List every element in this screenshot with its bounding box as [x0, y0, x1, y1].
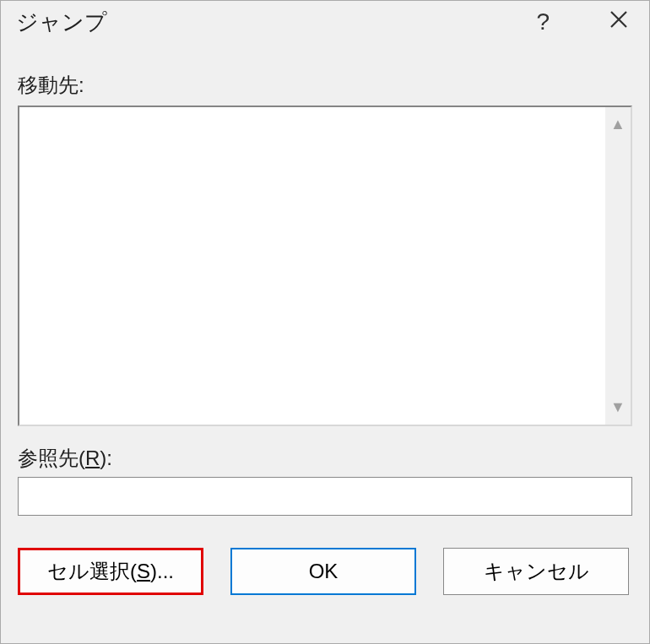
titlebar: ジャンプ ?: [1, 1, 649, 51]
goto-label: 移動先:: [18, 72, 632, 99]
dialog-title: ジャンプ: [16, 8, 528, 37]
ok-button[interactable]: OK: [230, 548, 416, 595]
special-button[interactable]: セル選択(S)...: [18, 548, 203, 595]
cancel-button[interactable]: キャンセル: [443, 548, 629, 595]
dialog-content: 移動先: ▲ ▼ 参照先(R): 参照先(R): セル選択(S)... OK キ…: [1, 51, 649, 643]
goto-listbox[interactable]: [19, 107, 605, 425]
goto-dialog: ジャンプ ? 移動先: ▲ ▼ 参照先(R): 参照先(R): セル選択(S).…: [0, 0, 650, 644]
scroll-down-icon[interactable]: ▼: [610, 398, 626, 416]
reference-label: 参照先(R): 参照先(R):: [18, 445, 632, 472]
goto-listbox-container: ▲ ▼: [18, 106, 632, 426]
help-icon[interactable]: ?: [528, 8, 558, 35]
button-row: セル選択(S)... OK キャンセル: [18, 548, 632, 612]
titlebar-controls: ?: [528, 8, 637, 35]
scrollbar[interactable]: ▲ ▼: [605, 107, 631, 425]
close-icon[interactable]: [600, 9, 637, 35]
scroll-up-icon[interactable]: ▲: [610, 116, 626, 133]
reference-input[interactable]: [18, 477, 632, 516]
